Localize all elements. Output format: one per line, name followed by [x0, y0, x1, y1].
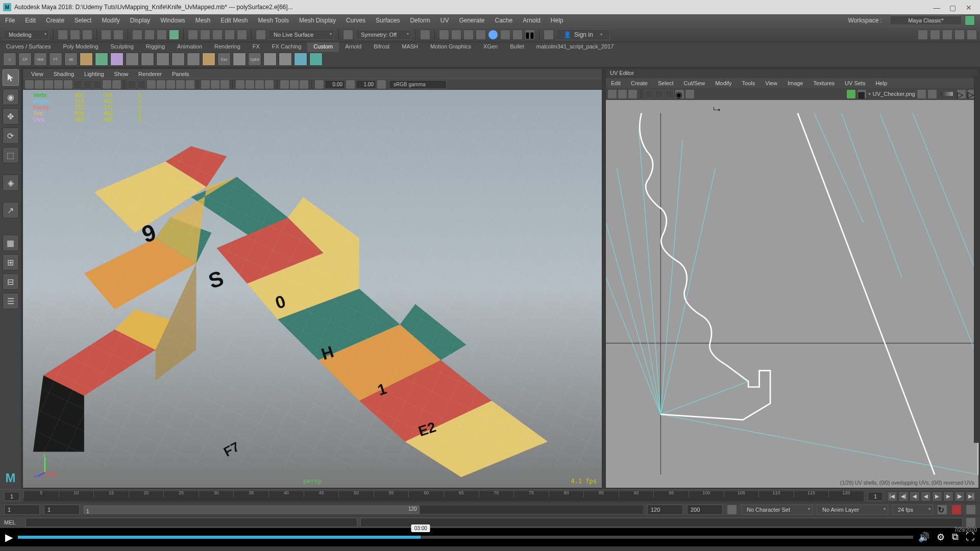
vp-shaded-icon[interactable] — [157, 80, 165, 89]
time-slider[interactable]: 1 5101520 25303540 45505560 65707580 859… — [0, 489, 980, 503]
shelf-tab[interactable]: Sculpting — [105, 42, 140, 52]
vp-menu-panels[interactable]: Panels — [167, 71, 194, 77]
menu-mesh-display[interactable]: Mesh Display — [294, 17, 341, 24]
shelf-tab[interactable]: FX — [247, 42, 266, 52]
construction-history-icon[interactable] — [439, 30, 449, 40]
prefs-icon[interactable] — [966, 505, 976, 515]
shelf-tab[interactable]: Bifrost — [368, 42, 396, 52]
vp-tool-icon[interactable] — [112, 80, 121, 89]
vp-tool-icon[interactable] — [93, 80, 102, 89]
make-live-icon[interactable] — [256, 30, 266, 40]
shelf-tab[interactable]: Rigging — [140, 42, 171, 52]
uv-menu-uvsets[interactable]: UV Sets — [840, 80, 870, 86]
shelf-tab[interactable]: MASH — [396, 42, 424, 52]
select-tool[interactable] — [3, 69, 19, 86]
vp-tool-icon[interactable] — [54, 80, 63, 89]
menu-create[interactable]: Create — [41, 17, 69, 24]
redo-icon[interactable] — [113, 30, 124, 40]
menu-cache[interactable]: Cache — [489, 17, 518, 24]
step-back-button[interactable]: ◀ — [910, 491, 920, 502]
shelf-button-cped[interactable]: CpEd — [248, 53, 261, 66]
render-view-icon[interactable] — [488, 30, 498, 40]
step-forward-button[interactable]: ▶ — [943, 491, 953, 502]
channel-box-icon[interactable] — [930, 30, 940, 40]
menu-edit[interactable]: Edit — [20, 17, 41, 24]
toggle-panels-icon[interactable] — [544, 30, 554, 40]
menu-modify[interactable]: Modify — [96, 17, 125, 24]
shelf-tab[interactable]: Arnold — [339, 42, 368, 52]
hypershade-icon[interactable] — [512, 30, 523, 40]
range-start-field[interactable]: 1 — [44, 505, 80, 515]
command-lang-label[interactable]: MEL — [4, 519, 22, 525]
video-fullscreen-icon[interactable]: ⛶ — [966, 532, 975, 543]
video-play-button[interactable]: ▶ — [5, 531, 13, 543]
vp-lights-icon[interactable] — [176, 80, 185, 89]
menu-windows[interactable]: Windows — [155, 17, 190, 24]
uv-menu-help[interactable]: Help — [870, 80, 892, 86]
character-set-dropdown[interactable]: No Character Set — [741, 505, 813, 515]
shelf-tab[interactable]: Animation — [171, 42, 208, 52]
step-forward-key-button[interactable]: |▶ — [954, 491, 965, 502]
vp-xray-joints-icon[interactable] — [220, 80, 229, 89]
new-scene-icon[interactable] — [58, 30, 68, 40]
ipr-render-icon[interactable] — [463, 30, 474, 40]
uv-menu-edit[interactable]: Edit — [606, 80, 626, 86]
minimize-button[interactable]: — — [933, 4, 940, 11]
uv-tool-icon[interactable]: ▷ — [957, 90, 966, 98]
shelf-button-home[interactable]: ⌂ — [3, 53, 16, 66]
shelf-button[interactable] — [233, 53, 246, 66]
pause-icon[interactable]: ▮▮ — [525, 30, 535, 40]
select-mode-icon[interactable] — [132, 30, 142, 40]
vp-tool-icon[interactable] — [315, 80, 324, 89]
vp-tool-icon[interactable] — [44, 80, 53, 89]
vp-menu-renderer[interactable]: Renderer — [133, 71, 167, 77]
shelf-button[interactable] — [172, 53, 185, 66]
shelf-button[interactable] — [202, 53, 215, 66]
shelf-tab[interactable]: Poly Modeling — [57, 42, 104, 52]
uv-menu-view[interactable]: View — [760, 80, 782, 86]
vp-tool-icon[interactable] — [83, 80, 92, 89]
vp-tool-icon[interactable] — [290, 80, 299, 89]
menu-mesh[interactable]: Mesh — [190, 17, 215, 24]
vp-tool-icon[interactable] — [280, 80, 289, 89]
symmetry-icon[interactable] — [343, 30, 353, 40]
shelf-button-hist[interactable]: Hist — [34, 53, 47, 66]
exposure-field[interactable]: 0.00 — [325, 80, 345, 89]
vp-tool-icon[interactable] — [74, 80, 82, 89]
uv-tool-icon[interactable] — [917, 90, 926, 98]
live-surface-dropdown[interactable]: No Live Surface — [268, 30, 334, 40]
lasso-tool[interactable]: ◉ — [3, 89, 19, 105]
menu-arnold[interactable]: Arnold — [518, 17, 546, 24]
vp-menu-show[interactable]: Show — [109, 71, 134, 77]
loop-icon[interactable]: ↻ — [937, 505, 947, 515]
range-end-max-field[interactable]: 200 — [687, 505, 723, 515]
play-forward-button[interactable]: ▶ — [932, 491, 942, 502]
uv-menu-tools[interactable]: Tools — [737, 80, 761, 86]
menu-uv[interactable]: UV — [435, 17, 454, 24]
shelf-button-all[interactable]: All — [64, 53, 78, 66]
anim-layer-dropdown[interactable]: No Anim Layer — [817, 505, 888, 515]
shelf-button[interactable] — [279, 53, 292, 66]
play-back-button[interactable]: ◀ — [921, 491, 931, 502]
uv-display-area[interactable]: ⮡ (1/29) UV shells, (0/0) overlapping UV… — [606, 100, 978, 488]
uv-menu-textures[interactable]: Textures — [808, 80, 840, 86]
vp-tool-icon[interactable] — [246, 80, 254, 89]
vp-menu-view[interactable]: View — [26, 71, 48, 77]
vp-tool-icon[interactable] — [300, 80, 308, 89]
modeling-toolkit-icon[interactable] — [967, 30, 977, 40]
snap-plane-icon[interactable] — [225, 30, 235, 40]
render-settings-icon[interactable] — [476, 30, 486, 40]
uv-tool-icon[interactable] — [928, 90, 937, 98]
symmetry-dropdown[interactable]: Symmetry: Off — [355, 30, 411, 40]
uv-tool-icon[interactable] — [628, 90, 637, 98]
uv-tool-icon[interactable] — [608, 90, 617, 98]
shelf-tab[interactable]: Bullet — [504, 42, 530, 52]
undo-icon[interactable] — [101, 30, 111, 40]
shelf-button[interactable] — [187, 53, 200, 66]
range-start-min-field[interactable]: 1 — [4, 505, 40, 515]
snap-point-icon[interactable] — [212, 30, 223, 40]
vp-shadows-icon[interactable] — [186, 80, 194, 89]
vp-tool-icon[interactable] — [265, 80, 274, 89]
light-editor-icon[interactable] — [500, 30, 510, 40]
save-scene-icon[interactable] — [82, 30, 92, 40]
